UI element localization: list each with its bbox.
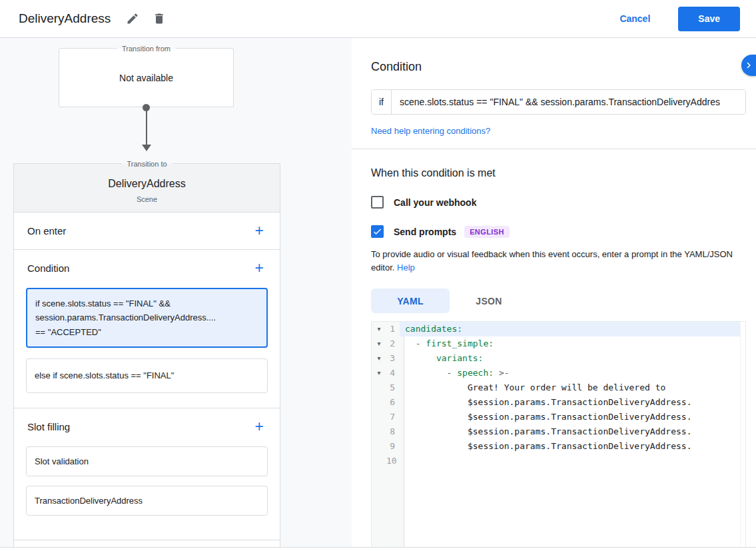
code-line[interactable]: 6 $session.params.TransactionDeliveryAdd… (372, 395, 745, 410)
code-lines: ▾1candidates:▾2 - first_simple:▾3 varian… (372, 322, 745, 468)
on-enter-label: On enter (27, 225, 66, 237)
line-number: 2 (386, 336, 400, 351)
edit-scene-button[interactable] (121, 7, 144, 30)
webhook-checkbox[interactable] (371, 196, 384, 209)
fold-spacer (372, 410, 386, 424)
condition-input[interactable] (392, 90, 745, 114)
scene-graph-canvas: Transition from Not available Transition… (0, 38, 352, 551)
webhook-label: Call your webhook (394, 197, 476, 208)
condition-card[interactable]: else if scene.slots.status == "FINAL" (26, 358, 268, 392)
code-line-content[interactable]: $session.params.TransactionDeliveryAddre… (400, 439, 745, 454)
cancel-button[interactable]: Cancel (619, 13, 650, 24)
code-line[interactable]: 8 $session.params.TransactionDeliveryAdd… (372, 424, 745, 439)
line-number: 1 (386, 322, 400, 336)
language-badge: ENGLISH (464, 226, 510, 238)
line-number: 3 (386, 351, 400, 366)
scene-title: DeliveryAddress (19, 11, 111, 26)
code-line-content[interactable]: $session.params.TransactionDeliveryAddre… (400, 395, 745, 410)
arrow-down-icon (142, 145, 151, 151)
fold-toggle-icon[interactable]: ▾ (372, 351, 386, 366)
prompts-checkbox[interactable] (371, 225, 384, 238)
line-number: 9 (386, 439, 400, 454)
add-on-enter-button[interactable]: + (254, 223, 265, 239)
code-token: first_simple: (426, 338, 494, 348)
slot-card-list: Slot validationTransactionDeliveryAddres… (14, 445, 280, 540)
scene-name: DeliveryAddress (14, 178, 280, 190)
line-number: 5 (386, 380, 400, 395)
panel-divider (352, 149, 756, 149)
panel-body: Condition if Need help entering conditio… (352, 38, 756, 550)
line-number: 8 (386, 424, 400, 439)
fold-spacer (372, 439, 386, 454)
slot-filling-label: Slot filling (27, 421, 70, 432)
fold-spacer (372, 395, 386, 410)
condition-help-link[interactable]: Need help entering conditions? (371, 126, 490, 136)
code-token: - (405, 368, 457, 378)
code-line-content[interactable]: - speech: >- (400, 366, 745, 380)
code-token: $session.params.TransactionDeliveryAddre… (405, 412, 691, 422)
fold-toggle-icon[interactable]: ▾ (372, 322, 386, 336)
code-line-content[interactable]: candidates: (400, 322, 745, 336)
condition-section-label: Condition (27, 263, 69, 274)
code-line-content[interactable]: $session.params.TransactionDeliveryAddre… (400, 424, 745, 439)
yaml-editor[interactable]: ▾1candidates:▾2 - first_simple:▾3 varian… (371, 321, 746, 550)
flow-connector-dot (143, 104, 150, 111)
code-line[interactable]: ▾3 variants: (372, 351, 745, 366)
code-token: speech: (457, 368, 494, 378)
horizontal-scrollbar-track[interactable] (0, 547, 756, 551)
transition-from-node[interactable]: Transition from Not available (59, 48, 234, 107)
fold-spacer (372, 454, 386, 468)
scene-card-header: Transition to DeliveryAddress Scene (14, 164, 280, 213)
prompts-label: Send prompts (394, 227, 456, 237)
scene-type-label: Scene (14, 195, 280, 203)
tab-yaml[interactable]: YAML (371, 288, 450, 313)
when-condition-title: When this condition is met (371, 167, 756, 179)
add-condition-button[interactable]: + (254, 261, 265, 276)
code-line-content[interactable]: Great! Your order will be delivered to (400, 380, 745, 395)
fold-spacer (372, 380, 386, 395)
trash-icon (153, 12, 166, 25)
flow-connector-line (146, 111, 147, 145)
code-line-content[interactable]: - first_simple: (400, 336, 745, 351)
code-line[interactable]: ▾2 - first_simple: (372, 336, 745, 351)
condition-section: Condition + (14, 250, 280, 286)
editor-tabs: YAML JSON (371, 288, 756, 313)
scene-card: Transition to DeliveryAddress Scene On e… (13, 163, 280, 551)
fold-spacer (372, 424, 386, 439)
code-line-content[interactable] (400, 454, 745, 468)
code-line[interactable]: 10 (372, 454, 745, 468)
code-line[interactable]: ▾1candidates: (372, 322, 745, 336)
line-number: 10 (386, 454, 400, 468)
code-line-content[interactable]: variants: (400, 351, 745, 366)
slot-filling-section: Slot filling + (14, 408, 280, 445)
slot-card[interactable]: Slot validation (26, 446, 268, 476)
code-token: variants: (436, 353, 483, 363)
code-line-content[interactable]: $session.params.TransactionDeliveryAddre… (400, 410, 745, 424)
transition-to-label: Transition to (121, 159, 172, 169)
add-slot-button[interactable]: + (254, 419, 265, 434)
help-link[interactable]: Help (397, 263, 415, 273)
condition-expression-row: if (371, 89, 746, 115)
code-token: Great! Your order will be delivered to (405, 382, 665, 392)
chevron-right-icon (743, 59, 755, 71)
code-line[interactable]: ▾4 - speech: >- (372, 366, 745, 380)
transition-from-label: Transition from (117, 43, 176, 54)
transition-from-value: Not available (119, 73, 173, 83)
code-token: candidates: (405, 324, 462, 334)
prompts-description: To provide audio or visual feedback when… (371, 248, 741, 275)
code-line[interactable]: 7 $session.params.TransactionDeliveryAdd… (372, 410, 745, 424)
condition-card[interactable]: if scene.slots.status == "FINAL" && sess… (26, 288, 268, 348)
send-prompts-row: Send prompts ENGLISH (371, 225, 756, 238)
save-button[interactable]: Save (678, 7, 740, 31)
scene-editor-page: DeliveryAddress Cancel Save Transition f… (0, 0, 756, 551)
delete-scene-button[interactable] (148, 7, 171, 30)
slot-card[interactable]: TransactionDeliveryAddress (26, 486, 268, 516)
fold-toggle-icon[interactable]: ▾ (372, 366, 386, 380)
code-line[interactable]: 5 Great! Your order will be delivered to (372, 380, 745, 395)
code-token: - (405, 338, 426, 348)
condition-detail-panel: Condition if Need help entering conditio… (352, 38, 756, 551)
tab-json[interactable]: JSON (450, 288, 528, 313)
fold-toggle-icon[interactable]: ▾ (372, 336, 386, 351)
code-line[interactable]: 9 $session.params.TransactionDeliveryAdd… (372, 439, 745, 454)
editor-scrollbar[interactable] (740, 322, 745, 550)
